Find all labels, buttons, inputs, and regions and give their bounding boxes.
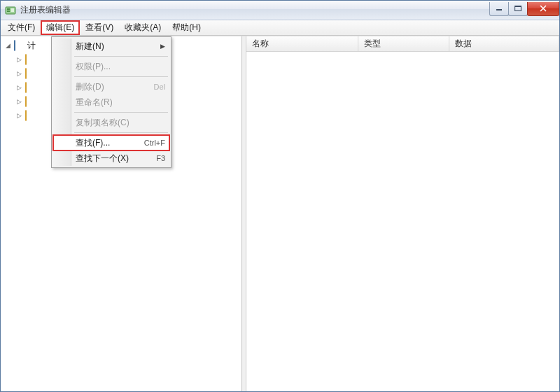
window-controls xyxy=(490,2,559,16)
menu-item-permissions[interactable]: 权限(P)... xyxy=(53,59,169,74)
app-icon xyxy=(5,5,16,16)
menu-separator xyxy=(74,112,168,113)
menu-favorites[interactable]: 收藏夹(A) xyxy=(119,20,167,35)
registry-editor-window: 注册表编辑器 文件(F) 编辑(E) 查看(V) 收藏夹(A) 帮助(H) ◢ xyxy=(0,0,560,392)
menu-item-label: 查找下一个(X) xyxy=(76,153,129,164)
menubar: 文件(F) 编辑(E) 查看(V) 收藏夹(A) 帮助(H) xyxy=(1,20,559,36)
folder-icon xyxy=(25,83,36,92)
svg-rect-1 xyxy=(7,8,10,10)
menu-edit[interactable]: 编辑(E) xyxy=(41,20,80,35)
menu-help[interactable]: 帮助(H) xyxy=(167,20,206,35)
menu-separator xyxy=(74,76,168,77)
tree-root-label: 计 xyxy=(27,40,36,52)
column-header-data[interactable]: 数据 xyxy=(449,36,559,51)
menu-item-label: 权限(P)... xyxy=(76,61,111,73)
column-header-name[interactable]: 名称 xyxy=(246,36,358,51)
window-title: 注册表编辑器 xyxy=(20,4,490,16)
expand-icon[interactable]: ▷ xyxy=(15,56,23,63)
folder-icon xyxy=(25,69,36,78)
maximize-button[interactable] xyxy=(508,2,528,16)
expand-icon[interactable]: ▷ xyxy=(15,112,23,119)
titlebar[interactable]: 注册表编辑器 xyxy=(1,1,559,20)
collapse-icon[interactable]: ◢ xyxy=(4,42,12,49)
menu-separator xyxy=(74,132,168,133)
edit-dropdown-menu: 新建(N) ▶ 权限(P)... 删除(D) Del 重命名(R) 复制项名 xyxy=(51,36,172,168)
menu-item-label: 复制项名称(C) xyxy=(76,117,130,129)
menu-item-find[interactable]: 查找(F)... Ctrl+F xyxy=(53,135,169,150)
menu-item-label: 查找(F)... xyxy=(76,137,110,149)
menu-item-new[interactable]: 新建(N) ▶ xyxy=(53,38,169,54)
svg-rect-6 xyxy=(514,6,522,7)
menu-file[interactable]: 文件(F) xyxy=(2,20,41,35)
menu-item-delete[interactable]: 删除(D) Del xyxy=(53,79,169,94)
tree-pane[interactable]: ◢ 计 ▷ ▷ ▷ xyxy=(1,36,242,391)
svg-rect-2 xyxy=(7,10,10,12)
menu-shortcut: Ctrl+F xyxy=(144,139,165,147)
menu-view[interactable]: 查看(V) xyxy=(80,20,119,35)
menu-item-label: 删除(D) xyxy=(76,81,104,93)
menu-item-label: 新建(N) xyxy=(76,41,104,52)
submenu-arrow-icon: ▶ xyxy=(160,43,165,50)
list-body[interactable] xyxy=(246,52,559,391)
menu-shortcut: Del xyxy=(153,83,165,91)
expand-icon[interactable]: ▷ xyxy=(15,98,23,105)
folder-icon xyxy=(25,111,36,120)
expand-icon[interactable]: ▷ xyxy=(15,70,23,77)
menu-item-find-next[interactable]: 查找下一个(X) F3 xyxy=(53,150,169,166)
list-pane[interactable]: 名称 类型 数据 xyxy=(246,36,559,391)
svg-rect-3 xyxy=(11,8,14,12)
close-button[interactable] xyxy=(527,2,559,16)
menu-shortcut: F3 xyxy=(156,154,165,162)
expand-icon[interactable]: ▷ xyxy=(15,84,23,91)
folder-icon xyxy=(25,55,36,64)
column-header-type[interactable]: 类型 xyxy=(358,36,449,51)
computer-icon xyxy=(14,41,25,50)
menu-item-label: 重命名(R) xyxy=(76,97,113,108)
svg-rect-4 xyxy=(496,9,502,10)
folder-icon xyxy=(25,97,36,106)
minimize-button[interactable] xyxy=(489,2,509,16)
menu-item-copy-key-name[interactable]: 复制项名称(C) xyxy=(53,115,169,130)
client-area: ◢ 计 ▷ ▷ ▷ xyxy=(1,36,559,391)
list-header: 名称 类型 数据 xyxy=(246,36,559,52)
menu-item-rename[interactable]: 重命名(R) xyxy=(53,94,169,110)
menu-separator xyxy=(74,56,168,57)
